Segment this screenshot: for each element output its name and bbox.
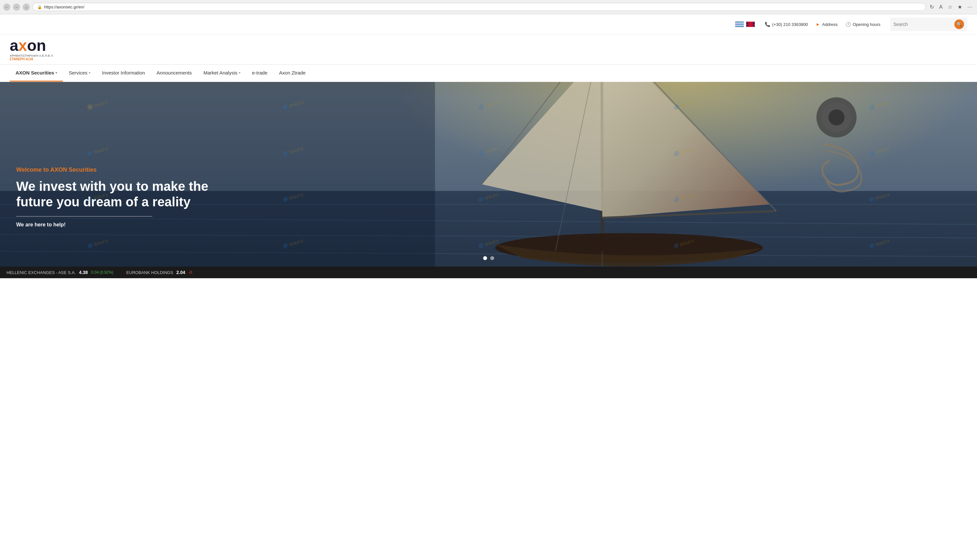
logo-x: x <box>18 38 27 53</box>
phone-number: (+30) 210 3363800 <box>772 22 808 27</box>
hero-divider <box>16 216 152 217</box>
carousel-dots <box>483 256 494 260</box>
clock-icon: 🕐 <box>845 22 851 27</box>
nav-services[interactable]: Services ▾ <box>63 65 96 82</box>
reader-mode-button[interactable]: A <box>938 3 944 11</box>
forward-button[interactable]: → <box>13 3 20 11</box>
refresh-button[interactable]: ↻ <box>929 3 935 11</box>
lock-icon: 🔒 <box>37 5 42 9</box>
nav-announcements[interactable]: Announcements <box>151 65 197 82</box>
search-input[interactable] <box>893 22 952 27</box>
ticker-item: HELLENIC EXCHANGES - ASE S.A. 4.38 0.04 … <box>7 270 114 275</box>
header: a x on ΧΡΗΜΑΤΙΣΤΗΡΙΑΚΗ Α.Ε.Π.Ε.Υ. ΣΤΑΘΕΡ… <box>0 35 977 65</box>
hero-tagline: We are here to help! <box>16 222 208 228</box>
ticker-change: 0.04 (0.92%) <box>91 270 114 275</box>
logo-tagline: ΣΤΑΘΕΡΗ ΑΞΙΑ <box>10 57 33 61</box>
home-button[interactable]: ⌂ <box>23 3 30 11</box>
carousel-dot-2[interactable] <box>490 256 494 260</box>
greek-flag[interactable] <box>735 22 744 27</box>
nav-dropdown-arrow: ▾ <box>239 71 240 75</box>
top-contact: 📞 (+30) 210 3363800 ► Address 🕐 Opening … <box>765 22 880 27</box>
ticker-price: 2.04 <box>176 270 185 275</box>
top-bar: 📞 (+30) 210 3363800 ► Address 🕐 Opening … <box>0 14 977 35</box>
logo-on: on <box>27 38 46 53</box>
opening-hours-label: Opening hours <box>853 22 880 27</box>
stock-ticker: HELLENIC EXCHANGES - ASE S.A. 4.38 0.04 … <box>0 267 977 278</box>
back-button[interactable]: ← <box>3 3 10 11</box>
nav-dropdown-arrow: ▾ <box>89 71 90 75</box>
carousel-dot-1[interactable] <box>483 256 487 260</box>
search-icon: 🔍 <box>957 22 962 27</box>
website: 📞 (+30) 210 3363800 ► Address 🕐 Opening … <box>0 14 977 278</box>
hero-title: We invest with you to make the future yo… <box>16 178 208 210</box>
favorites-button[interactable]: ☆ <box>947 3 954 11</box>
ticker-item: EUROBANK HOLDINGS 2.04 -0. <box>126 270 193 275</box>
nav-bar: AXON Securities ▾ Services ▾ Investor In… <box>0 65 977 82</box>
nav-etrade[interactable]: e-trade <box>246 65 274 82</box>
logo-a: a <box>10 38 18 53</box>
logo-subtitle: ΧΡΗΜΑΤΙΣΤΗΡΙΑΚΗ Α.Ε.Π.Ε.Υ. <box>10 54 54 57</box>
phone-contact[interactable]: 📞 (+30) 210 3363800 <box>765 22 808 27</box>
ticker-name: EUROBANK HOLDINGS <box>126 270 173 275</box>
nav-dropdown-arrow: ▾ <box>55 71 57 75</box>
extensions-button[interactable]: ★ <box>956 3 964 11</box>
opening-hours-contact[interactable]: 🕐 Opening hours <box>845 22 880 27</box>
location-icon: ► <box>816 22 820 27</box>
nav-axon-ztrade[interactable]: Axon Ztrade <box>273 65 311 82</box>
url-text: https://axonsec.gr/en/ <box>44 5 84 9</box>
search-bar: 🔍 <box>890 17 967 31</box>
address-label: Address <box>822 22 838 27</box>
nav-investor-information[interactable]: Investor Information <box>96 65 151 82</box>
ticker-change: -0. <box>189 270 193 275</box>
search-button[interactable]: 🔍 <box>954 20 964 29</box>
menu-button[interactable]: ⋯ <box>966 3 974 11</box>
hero-section: W WikiFX 🔵 WikiFX 🔵 WikiFX 🔵 WikiFX 🔵 Wi… <box>0 82 977 267</box>
nav-market-analysis[interactable]: Market Analysis ▾ <box>198 65 246 82</box>
browser-chrome: ← → ⌂ 🔒 https://axonsec.gr/en/ ↻ A ☆ ★ ⋯ <box>0 0 977 14</box>
ticker-price: 4.38 <box>79 270 88 275</box>
hero-content: Welcome to AXON Securities We invest wit… <box>16 167 208 228</box>
phone-icon: 📞 <box>765 22 770 27</box>
address-contact[interactable]: ► Address <box>816 22 838 27</box>
svg-point-22 <box>828 110 845 126</box>
language-selector[interactable] <box>735 22 755 27</box>
hero-subtitle: Welcome to AXON Securities <box>16 167 208 173</box>
address-bar[interactable]: 🔒 https://axonsec.gr/en/ <box>32 3 926 11</box>
english-flag[interactable] <box>746 22 755 27</box>
nav-axon-securities[interactable]: AXON Securities ▾ <box>10 65 63 82</box>
logo-area[interactable]: a x on ΧΡΗΜΑΤΙΣΤΗΡΙΑΚΗ Α.Ε.Π.Ε.Υ. ΣΤΑΘΕΡ… <box>10 38 54 61</box>
ticker-name: HELLENIC EXCHANGES - ASE S.A. <box>7 270 76 275</box>
